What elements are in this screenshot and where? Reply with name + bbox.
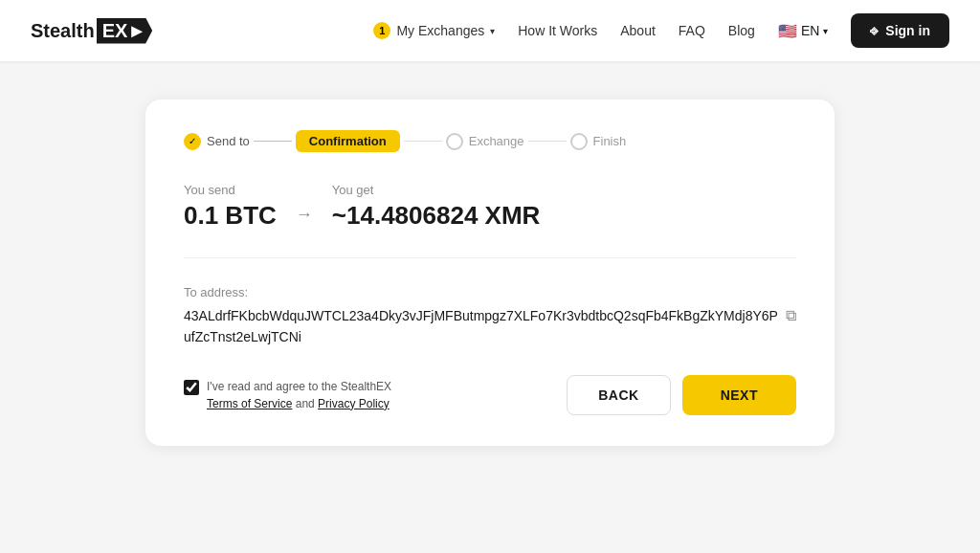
- button-group: BACK NEXT: [567, 375, 796, 415]
- address-row: 43ALdrfFKbcbWdquJWTCL23a4Dky3vJFjMFButmp…: [184, 305, 796, 348]
- step-send-to: ✓ Send to: [184, 133, 250, 150]
- connector-2: [404, 141, 442, 142]
- step3-dot: [446, 133, 463, 150]
- step-finish: Finish: [570, 133, 627, 150]
- step1-label: Send to: [207, 134, 250, 148]
- signin-icon: ⎆: [870, 23, 878, 38]
- get-side: You get ~14.4806824 XMR: [332, 183, 541, 231]
- faq-nav[interactable]: FAQ: [679, 23, 705, 38]
- chevron-down-icon: ▾: [490, 26, 495, 36]
- step4-dot: [570, 133, 588, 150]
- connector-3: [528, 141, 567, 142]
- privacy-policy-link[interactable]: Privacy Policy: [318, 397, 390, 410]
- step3-label: Exchange: [469, 134, 524, 148]
- address-label: To address:: [184, 285, 796, 299]
- step1-dot: ✓: [184, 133, 201, 150]
- language-label: EN: [801, 23, 819, 38]
- signin-label: Sign in: [885, 23, 930, 38]
- signin-button[interactable]: ⎆ Sign in: [851, 13, 949, 48]
- exchange-arrow-icon: →: [296, 205, 313, 225]
- step-confirmation: Confirmation: [296, 130, 400, 152]
- exchange-count-badge: 1: [373, 22, 390, 39]
- how-it-works-label: How It Works: [518, 23, 597, 38]
- main-content: ✓ Send to Confirmation Exchange Finish Y…: [0, 61, 980, 553]
- address-value: 43ALdrfFKbcbWdquJWTCL23a4Dky3vJFjMFButmp…: [184, 305, 778, 348]
- address-section: To address: 43ALdrfFKbcbWdquJWTCL23a4Dky…: [184, 285, 796, 348]
- confirmation-card: ✓ Send to Confirmation Exchange Finish Y…: [145, 100, 835, 446]
- send-side: You send 0.1 BTC: [184, 183, 277, 231]
- logo-ex: EX►: [97, 18, 152, 44]
- stepper: ✓ Send to Confirmation Exchange Finish: [184, 130, 796, 152]
- terms-text: I've read and agree to the StealthEX Ter…: [207, 378, 391, 412]
- language-chevron-icon: ▾: [823, 26, 828, 36]
- bottom-row: I've read and agree to the StealthEX Ter…: [184, 375, 796, 415]
- blog-label: Blog: [728, 23, 755, 38]
- my-exchanges-nav[interactable]: 1 My Exchanges ▾: [373, 22, 495, 39]
- step4-label: Finish: [593, 134, 627, 148]
- send-label: You send: [184, 183, 277, 197]
- send-amount: 0.1 BTC: [184, 201, 277, 231]
- back-button[interactable]: BACK: [567, 375, 670, 415]
- get-amount: ~14.4806824 XMR: [332, 201, 541, 231]
- about-nav[interactable]: About: [620, 23, 656, 38]
- get-label: You get: [332, 183, 541, 197]
- step2-label: Confirmation: [296, 130, 400, 152]
- next-button[interactable]: NEXT: [682, 375, 796, 415]
- logo-stealth: Stealth: [31, 20, 95, 42]
- terms-of-service-link[interactable]: Terms of Service: [207, 397, 292, 410]
- connector-1: [254, 141, 292, 142]
- exchange-row: You send 0.1 BTC → You get ~14.4806824 X…: [184, 183, 796, 258]
- copy-icon[interactable]: ⧉: [786, 307, 796, 324]
- logo: StealthEX►: [31, 18, 152, 44]
- my-exchanges-label: My Exchanges: [396, 23, 484, 38]
- header: StealthEX► 1 My Exchanges ▾ How It Works…: [0, 0, 980, 61]
- how-it-works-nav[interactable]: How It Works: [518, 23, 597, 38]
- faq-label: FAQ: [679, 23, 705, 38]
- language-selector[interactable]: 🇺🇸 EN ▾: [778, 22, 828, 40]
- main-nav: 1 My Exchanges ▾ How It Works About FAQ …: [373, 13, 949, 48]
- about-label: About: [620, 23, 656, 38]
- step-exchange: Exchange: [446, 133, 524, 150]
- terms-checkbox[interactable]: [184, 380, 199, 395]
- blog-nav[interactable]: Blog: [728, 23, 755, 38]
- flag-icon: 🇺🇸: [778, 22, 797, 40]
- terms-checkbox-group: I've read and agree to the StealthEX Ter…: [184, 378, 391, 412]
